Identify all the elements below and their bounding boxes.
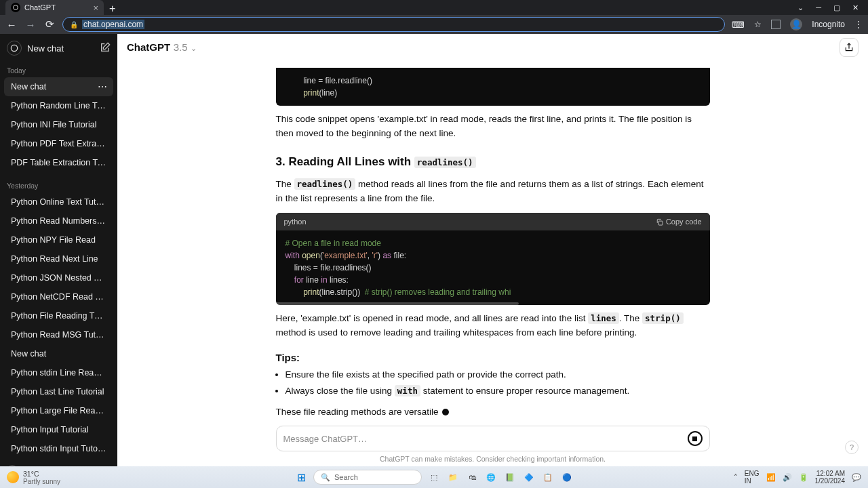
app-icon[interactable]: 📋 bbox=[541, 470, 555, 484]
sidebar-item[interactable]: PDF Table Extraction Tutorial bbox=[4, 153, 113, 172]
sidebar-item[interactable]: Python JSON Nested Tutorial bbox=[4, 268, 113, 287]
code-block-2: python Copy code # Open a file in read m… bbox=[276, 213, 710, 305]
list-item: Always close the file using with stateme… bbox=[285, 384, 710, 398]
main-header: ChatGPT 3.5 ⌄ bbox=[117, 34, 868, 61]
browser-menu-icon[interactable]: ⋮ bbox=[854, 20, 863, 29]
stop-generating-button[interactable] bbox=[688, 431, 703, 446]
sidebar-item[interactable]: Python Last Line Tutorial bbox=[4, 382, 113, 401]
sidebar-item[interactable]: Python Read Numbers Tutorial bbox=[4, 211, 113, 230]
conversation-content[interactable]: line = file.readline() print(line) This … bbox=[117, 34, 868, 426]
forward-button[interactable]: → bbox=[24, 19, 37, 30]
browser-titlebar: ChatGPT × + ⌄ ─ ▢ ✕ bbox=[0, 0, 868, 15]
task-view-icon[interactable]: ⬚ bbox=[427, 470, 441, 484]
sidebar-item[interactable]: Python Read Next Line bbox=[4, 249, 113, 268]
svg-point-0 bbox=[14, 5, 18, 10]
tray-chevron-icon[interactable]: ˄ bbox=[734, 473, 738, 482]
sidebar-item[interactable]: New chat⋯ bbox=[4, 77, 113, 96]
lock-icon: 🔒 bbox=[70, 21, 78, 28]
code-language: python bbox=[284, 216, 307, 228]
sidebar-item[interactable]: Python INI File Tutorial bbox=[4, 115, 113, 134]
sidebar-item[interactable]: Python Input Tutorial bbox=[4, 420, 113, 439]
sidebar-item[interactable]: Python Online Text Tutorial bbox=[4, 192, 113, 211]
model-selector[interactable]: ChatGPT 3.5 ⌄ bbox=[127, 41, 197, 54]
sidebar-item[interactable]: Python NetCDF Read Tutorial bbox=[4, 287, 113, 306]
code-block-1: line = file.readline() print(line) bbox=[276, 68, 710, 106]
more-icon[interactable]: ⋯ bbox=[98, 81, 108, 92]
message-input[interactable]: Message ChatGPT… bbox=[276, 426, 710, 451]
battery-icon[interactable]: 🔋 bbox=[799, 473, 808, 482]
incognito-label: Incognito bbox=[812, 20, 845, 29]
browser-toolbar: ← → ⟳ 🔒 chat.openai.com ⌨ ☆ 👤 Incognito … bbox=[0, 15, 868, 34]
bookmark-icon[interactable]: ☆ bbox=[754, 20, 762, 29]
window-controls: ⌄ ─ ▢ ✕ bbox=[788, 0, 868, 15]
input-area: Message ChatGPT… ChatGPT can make mistak… bbox=[117, 426, 868, 466]
horizontal-scrollbar[interactable] bbox=[276, 302, 519, 305]
start-button[interactable]: ⊞ bbox=[294, 470, 308, 484]
language-indicator[interactable]: ENGIN bbox=[745, 470, 760, 485]
sidebar-item[interactable]: Python stdin Line Reading bbox=[4, 363, 113, 382]
share-button[interactable] bbox=[840, 38, 859, 57]
explorer-icon[interactable]: 📁 bbox=[446, 470, 460, 484]
chrome-icon[interactable]: 🔵 bbox=[560, 470, 574, 484]
sidebar-item[interactable]: Python PDF Text Extraction bbox=[4, 134, 113, 153]
sidebar-header[interactable]: New chat bbox=[0, 34, 117, 62]
taskbar-search[interactable]: 🔍 Search bbox=[313, 470, 422, 485]
paragraph: This code snippet opens 'example.txt' in… bbox=[276, 113, 710, 141]
back-button[interactable]: ← bbox=[5, 19, 18, 30]
store-icon[interactable]: 🛍 bbox=[465, 470, 479, 484]
sidebar-item[interactable]: New chat bbox=[4, 344, 113, 363]
address-bar[interactable]: 🔒 chat.openai.com bbox=[62, 17, 725, 32]
sidebar-item[interactable]: Python Large File Reading bbox=[4, 401, 113, 420]
tab-title: ChatGPT bbox=[24, 3, 56, 12]
translate-icon[interactable]: ⌨ bbox=[732, 20, 745, 30]
stop-icon bbox=[692, 436, 697, 441]
sidebar-item[interactable]: Python stdin Input Tutorial bbox=[4, 439, 113, 458]
windows-taskbar: 31°C Partly sunny ⊞ 🔍 Search ⬚ 📁 🛍 🌐 📗 🔷… bbox=[0, 466, 868, 488]
sidebar: New chat Today New chat⋯ Python Random L… bbox=[0, 34, 117, 466]
sidebar-item[interactable]: Python Random Line Tutorial bbox=[4, 96, 113, 115]
extensions-icon[interactable] bbox=[771, 20, 781, 29]
section-heading: 3. Reading All Lines with readlines() bbox=[276, 153, 710, 171]
main-area: ChatGPT 3.5 ⌄ line = file.readline() pri… bbox=[117, 34, 868, 466]
new-tab-button[interactable]: + bbox=[104, 3, 121, 15]
clock[interactable]: 12:02 AM 1/20/2024 bbox=[815, 470, 846, 485]
wifi-icon[interactable]: 📶 bbox=[766, 473, 776, 482]
code-header: python Copy code bbox=[276, 213, 710, 230]
svg-rect-2 bbox=[658, 221, 663, 225]
close-window-icon[interactable]: ✕ bbox=[852, 3, 859, 12]
url-text: chat.openai.com bbox=[82, 20, 144, 29]
edge-icon[interactable]: 🌐 bbox=[484, 470, 498, 484]
sidebar-item[interactable]: Python NPY File Read bbox=[4, 230, 113, 249]
volume-icon[interactable]: 🔊 bbox=[783, 473, 792, 482]
new-chat-label: New chat bbox=[27, 43, 64, 54]
disclaimer-text: ChatGPT can make mistakes. Consider chec… bbox=[380, 455, 606, 463]
help-button[interactable]: ? bbox=[845, 441, 859, 454]
chatgpt-favicon bbox=[11, 3, 20, 12]
chevron-down-icon[interactable]: ⌄ bbox=[797, 3, 804, 12]
tab-close-icon[interactable]: × bbox=[93, 3, 98, 13]
weather-cond: Partly sunny bbox=[23, 478, 60, 485]
maximize-icon[interactable]: ▢ bbox=[833, 3, 840, 12]
streaming-cursor-icon bbox=[442, 409, 449, 415]
chevron-down-icon: ⌄ bbox=[191, 44, 197, 52]
app-icon[interactable]: 📗 bbox=[503, 470, 517, 484]
notifications-icon[interactable]: 💬 bbox=[852, 473, 861, 482]
sidebar-item[interactable]: Python Read MSG Tutorial bbox=[4, 325, 113, 344]
sidebar-section-today: Today bbox=[0, 62, 117, 77]
input-placeholder: Message ChatGPT… bbox=[283, 434, 368, 444]
sidebar-section-yesterday: Yesterday bbox=[0, 178, 117, 192]
svg-point-1 bbox=[11, 45, 17, 51]
reload-button[interactable]: ⟳ bbox=[43, 18, 56, 30]
app-icon[interactable]: 🔷 bbox=[522, 470, 536, 484]
weather-temp: 31°C bbox=[23, 470, 60, 478]
copy-code-button[interactable]: Copy code bbox=[656, 216, 702, 228]
tips-heading: Tips: bbox=[276, 350, 710, 365]
browser-tab[interactable]: ChatGPT × bbox=[5, 0, 104, 15]
incognito-icon: 👤 bbox=[790, 18, 802, 30]
sidebar-item[interactable]: Python File Reading Tutorial bbox=[4, 306, 113, 325]
weather-icon bbox=[7, 471, 19, 483]
minimize-icon[interactable]: ─ bbox=[816, 3, 821, 12]
compose-icon[interactable] bbox=[100, 42, 111, 55]
paragraph-streaming: These file reading methods are versatile bbox=[276, 405, 710, 420]
weather-widget[interactable]: 31°C Partly sunny bbox=[7, 470, 60, 485]
